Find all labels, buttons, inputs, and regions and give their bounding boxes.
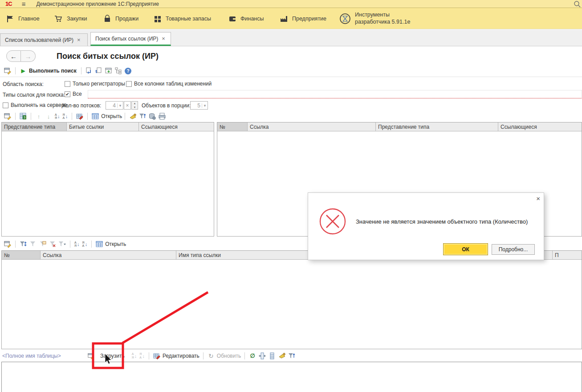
registrars-checkbox[interactable]: Только регистраторы: [65, 81, 125, 87]
clear-value-button[interactable]: ×: [124, 101, 131, 110]
dialog-close-icon[interactable]: ×: [536, 195, 540, 202]
load-settings-icon[interactable]: [95, 67, 103, 75]
form-settings-icon[interactable]: [4, 112, 12, 120]
checkbox-unchecked[interactable]: [3, 102, 8, 108]
refresh-button[interactable]: Обновить: [217, 353, 241, 359]
details-button[interactable]: Подробно...: [492, 244, 535, 255]
column-header[interactable]: П: [553, 251, 582, 259]
all-change-columns-checkbox[interactable]: Все колонки таблиц изменений: [126, 81, 212, 87]
filter-sort-icon[interactable]: [288, 352, 296, 360]
menu-item-devtools[interactable]: Инструменты разработчика 5.91.1e: [339, 8, 414, 29]
save-settings-icon[interactable]: [85, 67, 93, 75]
filter-sort-icon[interactable]: [138, 112, 147, 120]
fit-columns-icon[interactable]: [258, 352, 266, 360]
column-header[interactable]: №: [217, 122, 248, 131]
clear-icon[interactable]: [278, 352, 286, 360]
tab-close-icon[interactable]: ×: [77, 37, 81, 43]
section-menu-bar: Главное Закупки Продажи Товарные запасы …: [0, 8, 582, 29]
table-name-link[interactable]: <Полное имя таблицы>: [2, 353, 86, 359]
ref-types-input[interactable]: [88, 90, 582, 98]
run-search-icon[interactable]: ▶: [19, 67, 27, 75]
spin-up-icon[interactable]: ▲: [132, 102, 138, 106]
portion-label: Объектов в порции:: [142, 102, 191, 109]
empty-ref-icon[interactable]: ∅: [248, 352, 256, 360]
help-icon[interactable]: ?: [125, 68, 131, 74]
global-search-icon[interactable]: [573, 0, 581, 8]
checkbox-checked[interactable]: ✔: [65, 91, 70, 97]
sort-desc-icon[interactable]: ЯА ↓: [63, 113, 68, 120]
column-icon[interactable]: [268, 352, 276, 360]
new-window-icon[interactable]: [105, 67, 113, 75]
edit-button[interactable]: Редактировать: [163, 353, 199, 359]
open-table-icon[interactable]: [95, 240, 103, 248]
open-button[interactable]: Открыть: [105, 241, 126, 247]
move-down-icon[interactable]: ↓: [45, 112, 53, 120]
details-table-body[interactable]: [2, 260, 582, 349]
column-header[interactable]: Ссылка: [41, 251, 176, 259]
checkbox-unchecked[interactable]: [126, 81, 132, 87]
column-header[interactable]: Ссылающиеся: [498, 122, 582, 131]
ref-types-label: Типы ссылок для поиска:: [3, 92, 65, 98]
tab-close-icon[interactable]: ×: [162, 36, 165, 41]
sort-asc-icon[interactable]: АЯ ↓: [74, 241, 80, 248]
menu-item-enterprise[interactable]: Предприятие: [280, 8, 326, 29]
refresh-icon[interactable]: ↻: [207, 352, 215, 360]
column-header[interactable]: Представление типа: [2, 122, 67, 131]
title-bar: 1С ≡ Демонстрационное приложение 1С:Пред…: [0, 0, 582, 8]
sort-desc-icon[interactable]: ЯА ↓: [139, 352, 145, 359]
bottom-panel[interactable]: [1, 362, 582, 392]
types-table-header: Представление типа Битые ссылки Ссылающи…: [2, 122, 214, 131]
open-table-icon[interactable]: [91, 112, 99, 120]
sort-asc-icon[interactable]: АЯ ↓: [55, 113, 60, 120]
data-settings-icon[interactable]: [148, 112, 156, 120]
application-window: 1С ≡ Демонстрационное приложение 1С:Пред…: [0, 0, 582, 392]
tab-broken-links[interactable]: Поиск битых ссылок (ИР) ×: [90, 32, 171, 46]
chevron-down-icon[interactable]: ▾: [117, 103, 123, 108]
print-icon[interactable]: [158, 112, 166, 120]
column-header[interactable]: Ссылка: [248, 122, 376, 131]
row-count-icon[interactable]: 3: [19, 112, 27, 120]
hierarchy-icon[interactable]: [114, 67, 122, 75]
menu-item-finance[interactable]: Финансы: [228, 8, 264, 29]
chevron-down-icon[interactable]: ▾: [202, 103, 208, 108]
spin-down-icon[interactable]: ▼: [132, 106, 138, 110]
column-header[interactable]: Представление типа: [376, 122, 498, 131]
sort-asc-icon[interactable]: АЯ ↓: [132, 352, 137, 359]
filter-apply-icon[interactable]: [29, 240, 37, 248]
menu-item-inventory[interactable]: Товарные запасы: [154, 8, 211, 29]
column-header[interactable]: Битые ссылки: [67, 122, 139, 131]
tab-user-list[interactable]: Список пользователей (ИР) ×: [0, 33, 88, 46]
tab-bar: Список пользователей (ИР) × Поиск битых …: [0, 30, 582, 46]
clear-icon[interactable]: [129, 112, 137, 120]
filter-menu-icon[interactable]: [58, 240, 66, 248]
run-on-server-checkbox[interactable]: Выполнять на сервере: [3, 102, 67, 108]
run-search-button[interactable]: Выполнить поиск: [29, 68, 77, 74]
filter-clear-icon[interactable]: [49, 240, 57, 248]
threads-input[interactable]: 4 ▾: [106, 101, 123, 110]
filter-by-value-icon[interactable]: [39, 240, 47, 248]
filter-settings-icon[interactable]: [19, 240, 27, 248]
menu-item-sales[interactable]: Продажи: [103, 8, 138, 29]
load-button[interactable]: Загрузить: [100, 353, 125, 359]
forward-button[interactable]: →: [21, 50, 36, 62]
edit-table-icon[interactable]: [153, 352, 161, 360]
menu-item-main[interactable]: Главное: [6, 8, 40, 29]
open-button[interactable]: Открыть: [101, 113, 122, 119]
checkbox-unchecked[interactable]: [65, 81, 70, 87]
move-up-icon[interactable]: ↑: [35, 112, 43, 120]
form-settings-icon[interactable]: [87, 352, 95, 360]
edit-table-icon[interactable]: [76, 112, 84, 120]
column-header[interactable]: №: [2, 251, 41, 259]
menu-item-purchases[interactable]: Закупки: [54, 8, 87, 29]
form-settings-icon[interactable]: [4, 67, 12, 75]
sort-desc-icon[interactable]: ЯА ↓: [82, 241, 88, 248]
threads-spinner[interactable]: ▲ ▼: [131, 101, 138, 110]
main-menu-icon[interactable]: ≡: [22, 0, 26, 7]
back-button[interactable]: ←: [6, 50, 21, 62]
portion-input[interactable]: 5 ▾: [190, 101, 208, 110]
column-header[interactable]: Ссылающиеся: [139, 122, 214, 131]
ok-button[interactable]: ОК: [443, 243, 488, 255]
form-settings-icon[interactable]: [4, 240, 12, 248]
types-table-body[interactable]: [2, 131, 214, 236]
all-types-checkbox[interactable]: ✔ Все: [65, 91, 82, 97]
